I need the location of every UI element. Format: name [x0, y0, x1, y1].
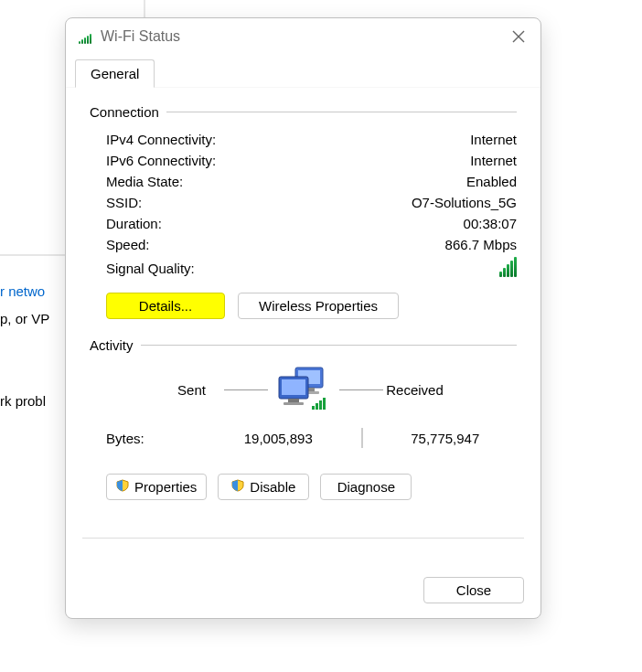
- speed-value: 866.7 Mbps: [370, 237, 517, 252]
- dialog-content: Connection IPv4 Connectivity:Internet IP…: [66, 88, 540, 538]
- titlebar: Wi-Fi Status: [66, 18, 540, 55]
- close-button[interactable]: Close: [423, 577, 524, 603]
- window-title: Wi-Fi Status: [101, 28, 504, 45]
- svg-rect-10: [312, 406, 315, 410]
- bytes-sent-value: 19,005,893: [207, 431, 350, 446]
- close-icon[interactable]: [504, 22, 533, 51]
- ipv4-value: Internet: [370, 132, 517, 147]
- media-state-label: Media State:: [106, 174, 370, 189]
- ssid-label: SSID:: [106, 195, 370, 210]
- wireless-properties-button[interactable]: Wireless Properties: [238, 293, 399, 319]
- signal-quality-label: Signal Quality:: [106, 261, 499, 276]
- dialog-footer: Close: [66, 577, 540, 618]
- activity-diagram: Sent: [90, 362, 517, 417]
- connection-group: Connection IPv4 Connectivity:Internet IP…: [90, 104, 517, 325]
- bytes-separator: [361, 428, 363, 448]
- svg-rect-13: [323, 398, 326, 410]
- speed-label: Speed:: [106, 237, 370, 252]
- svg-rect-7: [282, 379, 305, 395]
- diagnose-button-label: Diagnose: [337, 479, 395, 495]
- wifi-icon: [79, 31, 93, 42]
- ipv6-value: Internet: [370, 153, 517, 168]
- svg-rect-9: [284, 402, 304, 405]
- media-state-value: Enabled: [370, 174, 517, 189]
- activity-line: [224, 389, 268, 390]
- properties-button-label: Properties: [134, 479, 197, 495]
- tab-general[interactable]: General: [75, 59, 155, 88]
- svg-rect-11: [316, 403, 318, 410]
- wifi-status-dialog: Wi-Fi Status General Connection IPv4 Con…: [65, 17, 541, 619]
- group-divider: [166, 112, 517, 112]
- diagnose-button[interactable]: Diagnose: [320, 474, 412, 500]
- footer-divider: [82, 538, 524, 539]
- duration-value: 00:38:07: [370, 216, 517, 231]
- activity-group-label: Activity: [90, 337, 141, 353]
- connection-group-label: Connection: [90, 104, 166, 120]
- background-text-fragment-1: p, or VP: [0, 311, 49, 326]
- activity-group: Activity Sent: [90, 337, 517, 500]
- ipv6-label: IPv6 Connectivity:: [106, 153, 370, 168]
- ssid-value: O7-Solutions_5G: [370, 195, 517, 210]
- shield-icon: [231, 479, 244, 495]
- disable-button-label: Disable: [250, 479, 295, 495]
- group-divider: [141, 345, 517, 346]
- sent-label: Sent: [160, 382, 224, 398]
- bytes-label: Bytes:: [106, 431, 207, 446]
- activity-line: [339, 389, 383, 390]
- tabstrip: General: [66, 59, 540, 88]
- bytes-received-value: 75,775,947: [374, 431, 518, 446]
- details-button[interactable]: Details...: [106, 293, 225, 319]
- properties-button[interactable]: Properties: [106, 474, 207, 500]
- svg-rect-12: [319, 400, 322, 410]
- received-label: Received: [383, 382, 447, 398]
- ipv4-label: IPv4 Connectivity:: [106, 132, 370, 147]
- signal-quality-icon: [499, 257, 517, 280]
- shield-icon: [116, 479, 129, 495]
- svg-rect-8: [288, 399, 299, 402]
- background-link-fragment: r netwo: [0, 283, 45, 299]
- network-computers-icon: [268, 364, 339, 415]
- disable-button[interactable]: Disable: [218, 474, 309, 500]
- background-text-fragment-2: rk probl: [0, 393, 46, 409]
- duration-label: Duration:: [106, 216, 370, 231]
